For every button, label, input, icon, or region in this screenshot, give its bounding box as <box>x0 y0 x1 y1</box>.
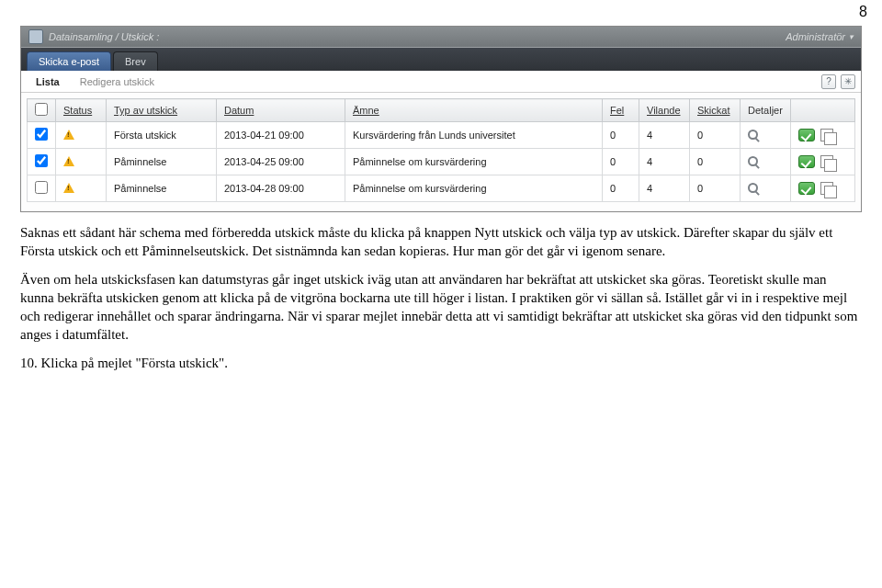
copy-icon[interactable] <box>820 129 833 141</box>
table-header-row: Status Typ av utskick Datum Ämne Fel Vil… <box>28 99 855 122</box>
col-errors[interactable]: Fel <box>610 105 624 116</box>
cell-type: Påminnelse <box>107 149 217 175</box>
magnify-icon[interactable] <box>748 130 758 140</box>
table-row[interactable]: Påminnelse2013-04-28 09:00Påminnelse om … <box>28 175 855 202</box>
col-status[interactable]: Status <box>63 105 92 116</box>
cell-type: Påminnelse <box>107 175 217 202</box>
primary-tabs: Skicka e-post Brev <box>21 47 861 71</box>
magnify-icon[interactable] <box>748 156 758 166</box>
cell-errors: 0 <box>603 122 639 149</box>
cell-date: 2013-04-25 09:00 <box>217 149 345 175</box>
warning-icon <box>63 130 74 140</box>
page-number: 8 <box>859 4 867 20</box>
warning-icon <box>63 183 74 193</box>
cell-date: 2013-04-28 09:00 <box>217 175 345 202</box>
confirm-icon[interactable] <box>798 182 815 195</box>
col-pending[interactable]: Vilande <box>647 105 681 116</box>
paragraph-1: Saknas ett sådant här schema med förbere… <box>20 223 862 261</box>
app-icon <box>28 29 43 44</box>
col-subject[interactable]: Ämne <box>353 105 379 116</box>
cell-pending: 4 <box>639 149 690 175</box>
cell-subject: Påminnelse om kursvärdering <box>345 175 603 202</box>
copy-icon[interactable] <box>820 182 833 195</box>
subtab-redigera[interactable]: Redigera utskick <box>71 73 164 91</box>
table-row[interactable]: Påminnelse2013-04-25 09:00Påminnelse om … <box>28 149 855 175</box>
col-details: Detaljer <box>748 105 783 116</box>
cell-date: 2013-04-21 09:00 <box>217 122 345 149</box>
warning-icon <box>63 156 74 166</box>
select-all-checkbox[interactable] <box>35 103 48 116</box>
cell-subject: Kursvärdering från Lunds universitet <box>345 122 603 149</box>
cell-sent: 0 <box>690 122 741 149</box>
help-icon[interactable]: ? <box>821 74 836 89</box>
magnify-icon[interactable] <box>748 183 758 193</box>
user-role-label: Administratör <box>786 31 845 42</box>
col-date[interactable]: Datum <box>224 105 254 116</box>
col-sent[interactable]: Skickat <box>697 105 729 116</box>
table-row[interactable]: Första utskick2013-04-21 09:00Kursvärder… <box>28 122 855 149</box>
row-checkbox[interactable] <box>35 154 48 167</box>
cell-sent: 0 <box>690 149 741 175</box>
row-checkbox[interactable] <box>35 128 48 141</box>
confirm-icon[interactable] <box>798 129 815 141</box>
user-menu[interactable]: Administratör ▾ <box>786 31 854 42</box>
body-text: Saknas ett sådant här schema med förbere… <box>20 223 862 372</box>
cell-errors: 0 <box>603 175 639 202</box>
cell-sent: 0 <box>690 175 741 202</box>
cell-errors: 0 <box>603 149 639 175</box>
breadcrumb-bar: Datainsamling / Utskick : Administratör … <box>21 27 861 47</box>
paragraph-3: 10. Klicka på mejlet "Första utskick". <box>20 354 862 372</box>
tab-brev[interactable]: Brev <box>113 51 158 71</box>
cell-type: Första utskick <box>107 122 217 149</box>
secondary-tabs: Lista Redigera utskick ? ✳ <box>21 71 861 93</box>
copy-icon[interactable] <box>820 155 833 168</box>
row-checkbox[interactable] <box>35 181 48 194</box>
expand-icon[interactable]: ✳ <box>841 74 855 89</box>
paragraph-2: Även om hela utskicksfasen kan datumstyr… <box>20 270 862 345</box>
utskick-table: Status Typ av utskick Datum Ämne Fel Vil… <box>27 98 855 202</box>
cell-pending: 4 <box>639 122 690 149</box>
col-type[interactable]: Typ av utskick <box>114 105 177 116</box>
cell-pending: 4 <box>639 175 690 202</box>
grid-area: Status Typ av utskick Datum Ämne Fel Vil… <box>21 93 861 211</box>
tab-skicka-epost[interactable]: Skicka e-post <box>27 51 111 71</box>
breadcrumb-text: Datainsamling / Utskick : <box>49 31 159 42</box>
subtab-lista[interactable]: Lista <box>27 73 69 91</box>
cell-subject: Påminnelse om kursvärdering <box>345 149 603 175</box>
chevron-down-icon: ▾ <box>849 32 854 41</box>
confirm-icon[interactable] <box>798 155 815 168</box>
app-window: Datainsamling / Utskick : Administratör … <box>20 26 862 212</box>
